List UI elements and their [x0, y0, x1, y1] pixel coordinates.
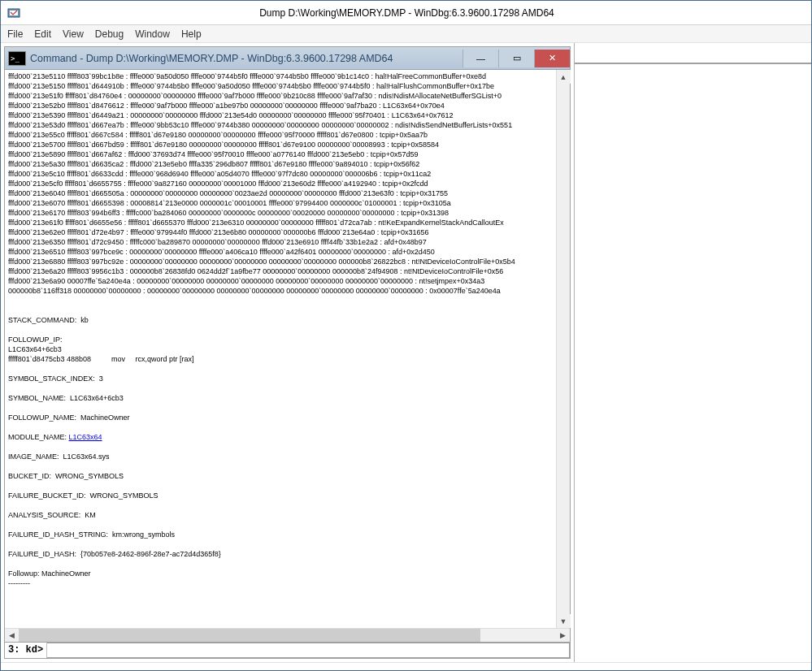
- titlebar[interactable]: Dump D:\Working\MEMORY.DMP - WinDbg:6.3.…: [1, 1, 811, 25]
- menu-view[interactable]: View: [63, 28, 84, 40]
- scroll-down-icon[interactable]: ▼: [557, 614, 571, 628]
- command-window-title: Command - Dump D:\Working\MEMORY.DMP - W…: [30, 53, 462, 64]
- scroll-right-icon[interactable]: ▶: [556, 629, 570, 643]
- command-window: >_ Command - Dump D:\Working\MEMORY.DMP …: [4, 46, 571, 659]
- module-name-link[interactable]: L1C63x64: [69, 433, 102, 441]
- menu-debug[interactable]: Debug: [95, 28, 124, 40]
- menu-edit[interactable]: Edit: [34, 28, 51, 40]
- horizontal-scroll-track[interactable]: [19, 629, 556, 642]
- vertical-scrollbar[interactable]: ▲ ▼: [556, 70, 570, 628]
- command-output[interactable]: fffd000`213e5110 fffff803`99bc1b8e : fff…: [5, 70, 556, 628]
- menu-file[interactable]: File: [7, 28, 23, 40]
- command-body: fffd000`213e5110 fffff803`99bc1b8e : fff…: [5, 70, 570, 628]
- minimize-button[interactable]: —: [462, 50, 498, 67]
- command-input-row: 3: kd>: [5, 642, 570, 658]
- menu-window[interactable]: Window: [135, 28, 170, 40]
- window-controls: — ▭ ✕: [462, 50, 570, 67]
- app-window: Dump D:\Working\MEMORY.DMP - WinDbg:6.3.…: [0, 0, 812, 671]
- horizontal-scroll-thumb[interactable]: [19, 629, 480, 642]
- prompt-label: 3: kd>: [5, 643, 47, 658]
- window-title: Dump D:\Working\MEMORY.DMP - WinDbg:6.3.…: [27, 7, 811, 19]
- command-input[interactable]: [47, 643, 570, 658]
- horizontal-scrollbar[interactable]: ◀ ▶: [5, 628, 570, 642]
- left-pane: >_ Command - Dump D:\Working\MEMORY.DMP …: [1, 43, 575, 662]
- maximize-button[interactable]: ▭: [498, 50, 534, 67]
- output-post: IMAGE_NAME: L1C63x64.sys BUCKET_ID: WRON…: [8, 452, 221, 587]
- output-pre: fffd000`213e5110 fffff803`99bc1b8e : fff…: [8, 72, 515, 441]
- right-pane: [575, 43, 811, 662]
- client-area: >_ Command - Dump D:\Working\MEMORY.DMP …: [1, 43, 811, 662]
- scroll-up-icon[interactable]: ▲: [557, 70, 571, 84]
- status-strip: [1, 662, 811, 670]
- command-titlebar[interactable]: >_ Command - Dump D:\Working\MEMORY.DMP …: [5, 47, 570, 70]
- close-button[interactable]: ✕: [534, 50, 570, 67]
- scroll-left-icon[interactable]: ◀: [5, 629, 19, 643]
- command-window-icon: >_: [8, 51, 26, 66]
- menubar: File Edit View Debug Window Help: [1, 25, 811, 43]
- menu-help[interactable]: Help: [181, 28, 202, 40]
- app-icon: [7, 6, 20, 19]
